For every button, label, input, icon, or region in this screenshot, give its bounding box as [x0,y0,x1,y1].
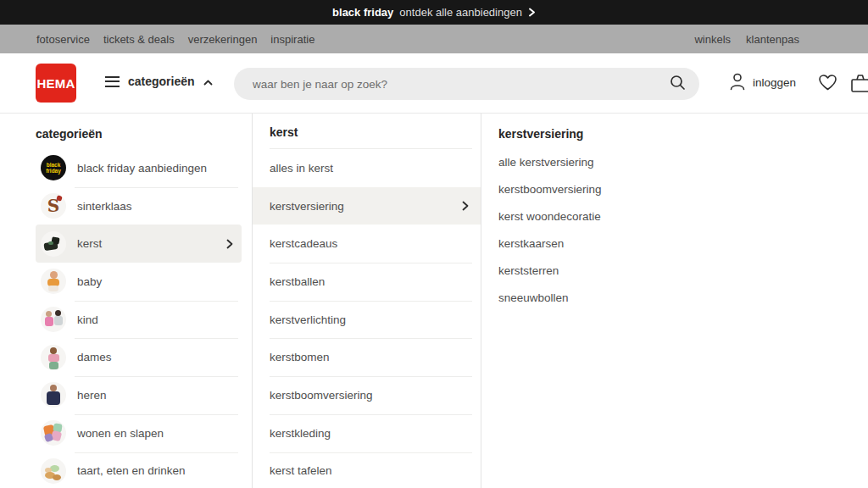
login-button[interactable]: inloggen [729,72,796,93]
chevron-right-icon [462,201,469,211]
link-kerstboomversiering[interactable]: kerstboomversiering [498,175,868,202]
chevron-up-icon [203,74,213,89]
subcategory-item-kerstballen[interactable]: kerstballen [253,263,481,301]
mega-menu: categorieën blackfriday black friday aan… [0,113,868,488]
utility-nav: fotoservice tickets & deals verzekeringe… [0,25,868,53]
wishlist-button[interactable] [818,74,837,95]
subcategory-item-kerstversiering[interactable]: kerstversiering [253,187,481,225]
wonen-thumb-icon [41,420,66,446]
column-title: categorieën [0,114,252,142]
menu-column-kerst: kerst alles in kerst kerstversiering ker… [253,114,481,488]
main-header: HEMA categorieën inloggen [0,53,868,113]
category-item-kerst[interactable]: kerst [36,225,242,263]
promo-text: ontdek alle aanbiedingen [399,6,522,19]
link-kerst-woondecoratie[interactable]: kerst woondecoratie [498,202,868,230]
subcategory-list: alles in kerst kerstversiering kerstcade… [253,149,481,488]
kerst-thumb-icon [41,231,66,257]
search-icon [670,75,686,93]
cart-button[interactable] [850,74,868,97]
category-item-baby[interactable]: baby [36,263,242,301]
link-alle-kerstversiering[interactable]: alle kerstversiering [498,148,868,175]
subcategory-item-kerstkleding[interactable]: kerstkleding [253,414,481,452]
hema-logo[interactable]: HEMA [36,64,76,103]
link-kerstkaarsen[interactable]: kerstkaarsen [498,230,868,257]
hamburger-icon [105,76,120,87]
search-input[interactable] [234,78,666,91]
utility-link-inspiratie[interactable]: inspiratie [270,33,314,46]
category-item-dames[interactable]: dames [36,338,242,376]
category-item-wonen-en-slapen[interactable]: wonen en slapen [36,414,242,452]
category-item-black-friday[interactable]: blackfriday black friday aanbiedingen [36,149,242,187]
utility-link-klantenpas[interactable]: klantenpas [746,33,799,46]
subcategory-item-kerstcadeaus[interactable]: kerstcadeaus [253,225,481,263]
subcategory-item-kerst-tafelen[interactable]: kerst tafelen [253,452,481,488]
utility-nav-left: fotoservice tickets & deals verzekeringe… [36,33,328,46]
categories-label: categorieën [128,75,195,88]
heren-thumb-icon [41,382,66,408]
baby-thumb-icon [41,269,66,294]
category-item-kind[interactable]: kind [36,301,242,339]
user-icon [729,72,746,93]
promo-banner[interactable]: black friday ontdek alle aanbiedingen [0,0,868,25]
search-bar [234,68,699,100]
promo-highlight: black friday [332,6,393,19]
subcategory-item-kerstbomen[interactable]: kerstbomen [253,338,481,376]
sinterklaas-thumb-icon: S [41,193,66,219]
utility-nav-right: winkels klantenpas [679,33,799,46]
category-item-taart-eten-en-drinken[interactable]: taart, eten en drinken [36,452,242,488]
shopping-bag-icon [850,81,868,96]
chevron-right-icon [528,8,536,17]
category-item-heren[interactable]: heren [36,376,242,414]
menu-column-kerstversiering: kerstversiering alle kerstversiering ker… [481,114,868,488]
black-friday-thumb-icon: blackfriday [41,155,66,180]
category-item-sinterklaas[interactable]: S sinterklaas [36,187,242,225]
subcategory-item-kerstboomversiering[interactable]: kerstboomversiering [253,376,481,414]
kind-thumb-icon [41,307,66,332]
utility-link-verzekeringen[interactable]: verzekeringen [188,33,258,46]
link-sneeuwbollen[interactable]: sneeuwbollen [498,284,868,311]
sub-subcategory-list: alle kerstversiering kerstboomversiering… [498,148,868,311]
menu-column-categories: categorieën blackfriday black friday aan… [0,114,252,488]
subcategory-item-alles-in-kerst[interactable]: alles in kerst [253,149,481,187]
column-title: kerst [270,114,472,149]
categories-menu-toggle[interactable]: categorieën [105,74,213,89]
heart-icon [818,80,837,94]
login-label: inloggen [753,76,796,89]
category-list: blackfriday black friday aanbiedingen S … [36,149,242,488]
search-button[interactable] [666,75,699,93]
dames-thumb-icon [41,345,66,370]
hema-homepage: black friday ontdek alle aanbiedingen fo… [0,0,868,488]
chevron-right-icon [226,239,233,249]
utility-link-fotoservice[interactable]: fotoservice [36,33,90,46]
column-title: kerstversiering [481,114,868,142]
utility-link-tickets-deals[interactable]: tickets & deals [103,33,175,46]
subcategory-item-kerstverlichting[interactable]: kerstverlichting [253,301,481,339]
utility-link-winkels[interactable]: winkels [694,33,731,46]
link-kerststerren[interactable]: kerststerren [498,257,868,284]
taart-thumb-icon [41,458,66,484]
